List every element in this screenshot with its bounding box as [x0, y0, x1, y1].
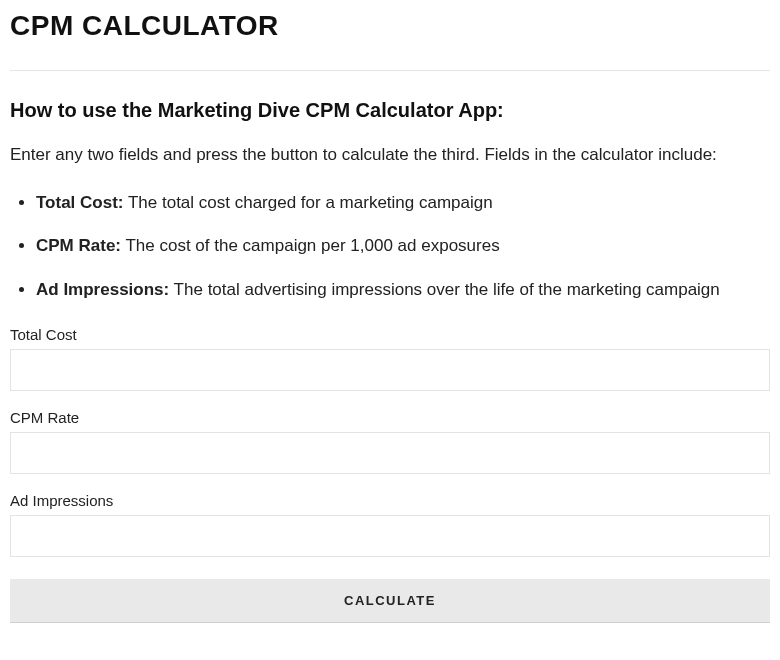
definition-desc: The total advertising impressions over t… — [169, 280, 720, 299]
divider — [10, 70, 770, 71]
list-item: CPM Rate: The cost of the campaign per 1… — [36, 233, 770, 259]
calculate-button[interactable]: CALCULATE — [10, 579, 770, 623]
definition-term: CPM Rate: — [36, 236, 121, 255]
definition-term: Ad Impressions: — [36, 280, 169, 299]
ad-impressions-group: Ad Impressions — [10, 492, 770, 557]
definition-desc: The cost of the campaign per 1,000 ad ex… — [121, 236, 500, 255]
total-cost-input[interactable] — [10, 349, 770, 391]
list-item: Ad Impressions: The total advertising im… — [36, 277, 770, 303]
definition-desc: The total cost charged for a marketing c… — [124, 193, 493, 212]
total-cost-group: Total Cost — [10, 326, 770, 391]
ad-impressions-input[interactable] — [10, 515, 770, 557]
page-title: CPM CALCULATOR — [10, 10, 770, 42]
cpm-rate-input[interactable] — [10, 432, 770, 474]
cpm-rate-group: CPM Rate — [10, 409, 770, 474]
definition-term: Total Cost: — [36, 193, 124, 212]
list-item: Total Cost: The total cost charged for a… — [36, 190, 770, 216]
cpm-rate-label: CPM Rate — [10, 409, 770, 426]
intro-text: Enter any two fields and press the butto… — [10, 142, 770, 168]
definitions-list: Total Cost: The total cost charged for a… — [10, 190, 770, 303]
ad-impressions-label: Ad Impressions — [10, 492, 770, 509]
how-to-heading: How to use the Marketing Dive CPM Calcul… — [10, 99, 770, 122]
total-cost-label: Total Cost — [10, 326, 770, 343]
